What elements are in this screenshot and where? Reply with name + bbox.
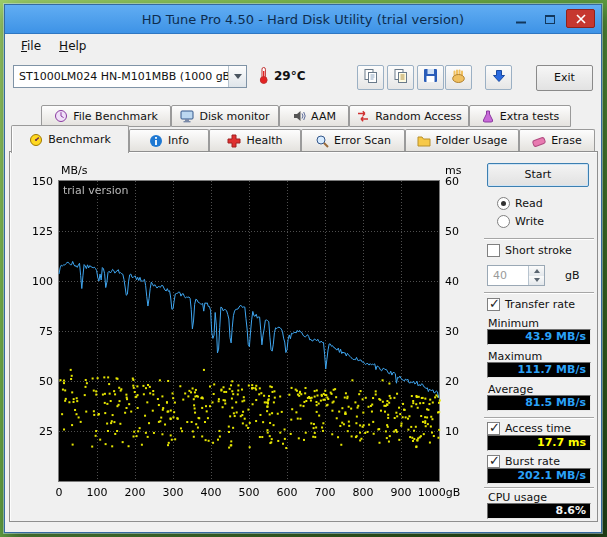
access-time-value-box: 17.7 ms [487,435,591,451]
write-radio[interactable]: Write [497,215,544,228]
start-button[interactable]: Start [487,163,589,187]
panel-divider [484,292,594,294]
stepper-down-icon[interactable] [529,276,544,286]
short-stroke-checkbox[interactable]: Short stroke [487,244,572,257]
read-radio[interactable]: Read [497,197,543,210]
panel-divider [484,238,594,240]
save-button[interactable] [417,65,444,90]
burst-rate-checkbox[interactable]: Burst rate [487,455,560,468]
tab-label: Benchmark [48,133,111,146]
minimum-value-box: 43.9 MB/s [487,329,591,345]
tab-label: File Benchmark [73,110,158,123]
info-icon [149,134,163,148]
transfer-rate-checkbox-control[interactable] [487,298,500,311]
magnifier-icon [315,134,329,148]
thermometer-icon [257,66,270,89]
donate-button[interactable] [445,65,472,90]
temperature-value: 29°C [274,69,306,83]
stepper-up-icon[interactable] [529,266,544,276]
tab-extra-tests[interactable]: Extra tests [469,105,571,127]
health-cross-icon [227,134,241,148]
radio-write-control[interactable] [497,215,510,228]
radio-read-control[interactable] [497,197,510,210]
floppy-save-icon [423,68,438,87]
burst-rate-checkbox-control[interactable] [487,455,500,468]
tab-row-top: File Benchmark Disk monitor AAM Random A… [41,105,571,127]
short-stroke-unit: gB [565,269,580,282]
minimum-value: 43.9 MB/s [525,330,586,343]
short-stroke-stepper[interactable]: 40 [487,265,545,286]
chevron-down-icon[interactable] [228,66,246,87]
panel-divider [484,487,594,489]
hand-icon [451,68,467,88]
download-arrow-icon [492,68,506,87]
toolbar: ST1000LM024 HN-M101MBB (1000 gB) 29°C Ex… [5,56,601,98]
menu-file[interactable]: File [12,37,50,55]
tab-random-access[interactable]: Random Access [349,105,469,127]
tab-file-benchmark[interactable]: File Benchmark [41,105,171,127]
window-controls [508,9,595,28]
tab-label: Erase [551,134,582,147]
maximum-value: 111.7 MB/s [517,363,586,376]
short-stroke-checkbox-control[interactable] [487,244,500,257]
maximum-value-box: 111.7 MB/s [487,362,591,378]
access-time-value: 17.7 ms [537,436,586,449]
eraser-icon [532,134,546,148]
tab-health[interactable]: Health [209,129,301,151]
minimize-button[interactable] [508,9,533,28]
tab-label: Extra tests [500,110,559,123]
file-benchmark-icon [54,109,68,123]
maximize-button[interactable] [537,9,562,28]
close-button[interactable] [566,9,595,28]
average-value-box: 81.5 MB/s [487,395,591,411]
access-time-checkbox[interactable]: Access time [487,422,571,435]
read-label: Read [515,197,543,210]
tab-disk-monitor[interactable]: Disk monitor [171,105,279,127]
close-icon [576,9,586,28]
tab-label: Info [168,134,189,147]
burst-rate-value-box: 202.1 MB/s [487,468,591,484]
exit-button[interactable]: Exit [536,65,593,91]
copy-text-button[interactable] [387,65,414,90]
capture-button[interactable] [485,65,512,90]
tab-benchmark[interactable]: Benchmark [11,125,129,153]
menu-bar: File Help [5,35,601,56]
copy-screenshot-button[interactable] [357,65,384,90]
short-stroke-label: Short stroke [505,244,572,257]
cpu-usage-value-box: 8.6% [487,503,591,519]
desktop-wallpaper: { "window": { "title": "HD Tune Pro 4.50… [0,0,607,537]
tab-info[interactable]: Info [129,129,209,151]
maximize-icon [545,9,555,28]
access-time-checkbox-control[interactable] [487,422,500,435]
app-window: HD Tune Pro 4.50 - Hard Disk Utility (tr… [4,4,602,533]
burst-rate-value: 202.1 MB/s [517,469,586,482]
cpu-usage-value: 8.6% [555,504,586,517]
copy-text-icon [393,68,409,88]
folder-icon [417,134,431,148]
tab-aam[interactable]: AAM [279,105,349,127]
tab-label: Folder Usage [436,134,508,147]
title-bar[interactable]: HD Tune Pro 4.50 - Hard Disk Utility (tr… [5,5,601,34]
tab-label: Random Access [375,110,462,123]
transfer-rate-checkbox[interactable]: Transfer rate [487,298,575,311]
tab-label: Health [246,134,282,147]
short-stroke-value: 40 [488,266,528,285]
tab-label: AAM [311,110,336,123]
tab-erase[interactable]: Erase [519,129,595,151]
flask-icon [481,109,495,123]
minimize-icon [516,9,526,28]
drive-selector-value: ST1000LM024 HN-M101MBB (1000 gB) [14,70,228,83]
panel-divider [484,417,594,419]
tab-error-scan[interactable]: Error Scan [301,129,405,151]
shuffle-arrows-icon [356,109,370,123]
drive-selector[interactable]: ST1000LM024 HN-M101MBB (1000 gB) [13,65,247,88]
monitor-icon [180,109,194,123]
menu-help[interactable]: Help [50,37,95,55]
tab-folder-usage[interactable]: Folder Usage [405,129,519,151]
average-value: 81.5 MB/s [525,396,586,409]
copy-icon [363,68,379,88]
access-time-label: Access time [505,422,571,435]
transfer-rate-label: Transfer rate [505,298,575,311]
tab-row-bottom: Benchmark Info Health Error Scan Folder … [11,129,595,151]
write-label: Write [515,215,544,228]
